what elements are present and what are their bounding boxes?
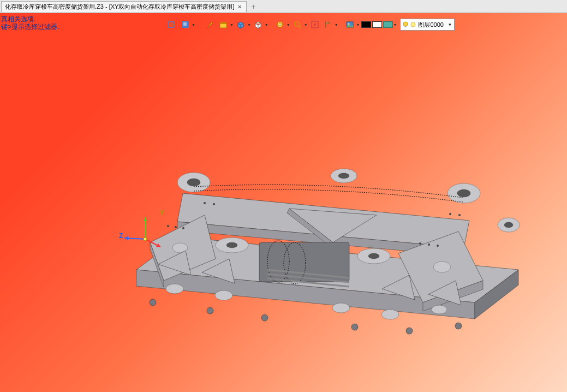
- svg-point-62: [428, 243, 430, 246]
- axis-z-label: Z: [119, 232, 123, 240]
- svg-point-17: [403, 22, 408, 26]
- viewport[interactable]: 真相关选项. 键>显示选择过滤器. ▼ ▼ ▼: [0, 13, 567, 392]
- chevron-down-icon: ▼: [304, 23, 308, 27]
- gear-tool[interactable]: ▼: [274, 19, 290, 31]
- svg-point-32: [433, 262, 451, 272]
- layer-selector[interactable]: 图层0000 ▼: [400, 19, 455, 31]
- command-prompt: 真相关选项. 键>显示选择过滤器.: [1, 15, 59, 31]
- color-swatch-black[interactable]: [361, 21, 371, 28]
- cad-model[interactable]: [126, 161, 529, 341]
- svg-point-13: [314, 23, 316, 26]
- prompt-line-2: 键>显示选择过滤器.: [1, 23, 59, 31]
- close-icon[interactable]: ✕: [236, 3, 243, 10]
- brush-icon[interactable]: [204, 19, 216, 31]
- svg-point-31: [338, 173, 349, 179]
- chevron-down-icon: ▼: [265, 23, 268, 27]
- svg-rect-18: [405, 26, 407, 27]
- layer-name: 图层0000: [418, 21, 443, 29]
- view-toolbar: ▼ ▼ ▼ ▼ ▼: [166, 19, 455, 31]
- svg-point-58: [167, 225, 169, 227]
- svg-point-63: [437, 245, 439, 247]
- svg-point-56: [406, 328, 413, 334]
- chevron-down-icon: ▼: [230, 23, 234, 27]
- cube-wire-tool[interactable]: ▼: [252, 19, 268, 31]
- svg-point-59: [175, 226, 177, 228]
- svg-point-49: [332, 303, 350, 313]
- svg-point-66: [449, 213, 451, 215]
- material-tool[interactable]: ▼: [383, 21, 397, 28]
- svg-point-61: [419, 242, 421, 245]
- image-tool[interactable]: ▼: [344, 19, 360, 31]
- svg-point-55: [351, 324, 358, 330]
- svg-point-39: [226, 242, 237, 248]
- svg-point-65: [213, 203, 215, 205]
- flag-icon: [322, 19, 334, 31]
- snap-tool[interactable]: ▼: [322, 19, 338, 31]
- svg-point-41: [368, 253, 379, 259]
- svg-point-19: [411, 22, 415, 27]
- section-icon[interactable]: [309, 19, 321, 31]
- import-icon[interactable]: [166, 19, 178, 31]
- axis-y-label: Y: [160, 209, 164, 217]
- visibility-icon: [179, 19, 191, 31]
- view-mode-tool[interactable]: ▼: [235, 19, 251, 31]
- svg-point-67: [458, 214, 461, 216]
- svg-point-10: [295, 22, 299, 26]
- color-swatch-teal: [383, 21, 393, 28]
- chevron-down-icon: ▼: [192, 23, 195, 27]
- svg-point-57: [455, 323, 462, 329]
- coordinate-triad[interactable]: Y Z: [145, 234, 146, 241]
- prompt-line-1: 真相关选项.: [1, 15, 59, 23]
- svg-point-28: [187, 179, 200, 186]
- tab-bar: 化存取冷库穿梭车高密度储货架用.Z3 - [XY双向自动化存取冷库穿梭车高密度储…: [0, 0, 567, 13]
- gear-icon: [274, 19, 286, 31]
- cube-wire-icon: [252, 19, 264, 31]
- render-style-tool[interactable]: ▼: [217, 19, 234, 31]
- svg-rect-3: [220, 22, 226, 24]
- chevron-down-icon: ▼: [448, 22, 452, 27]
- svg-point-64: [204, 202, 206, 204]
- bulb-icon: [403, 21, 408, 28]
- svg-point-54: [261, 314, 268, 321]
- zoom-tool[interactable]: ▼: [291, 19, 308, 31]
- chevron-down-icon: ▼: [287, 23, 290, 27]
- svg-line-11: [299, 26, 301, 28]
- svg-point-36: [504, 222, 513, 228]
- document-tab[interactable]: 化存取冷库穿梭车高密度储货架用.Z3 - [XY双向自动化存取冷库穿梭车高密度储…: [1, 1, 247, 12]
- svg-point-47: [166, 284, 183, 294]
- chevron-down-icon: ▼: [393, 23, 397, 27]
- color-swatch-white[interactable]: [372, 21, 382, 28]
- svg-point-48: [215, 290, 232, 300]
- chevron-down-icon: ▼: [356, 23, 360, 27]
- svg-point-34: [457, 189, 470, 197]
- search-icon: [291, 19, 303, 31]
- sun-icon: [410, 21, 416, 28]
- svg-point-26: [144, 237, 147, 241]
- picture-icon: [344, 19, 356, 31]
- chevron-down-icon: ▼: [247, 23, 251, 27]
- svg-point-60: [182, 227, 184, 229]
- tab-label: 化存取冷库穿梭车高密度储货架用.Z3 - [XY双向自动化存取冷库穿梭车高密度储…: [5, 3, 234, 11]
- chevron-down-icon: ▼: [335, 23, 338, 27]
- cube-shaded-icon: [235, 19, 247, 31]
- svg-point-50: [381, 310, 399, 319]
- svg-point-53: [207, 307, 213, 314]
- palette-icon: [217, 19, 229, 31]
- svg-point-51: [432, 305, 447, 314]
- visibility-tool[interactable]: ▼: [179, 19, 195, 31]
- svg-point-5: [279, 23, 281, 26]
- svg-point-52: [150, 299, 156, 306]
- add-tab-button[interactable]: +: [247, 1, 260, 12]
- svg-rect-1: [182, 21, 188, 28]
